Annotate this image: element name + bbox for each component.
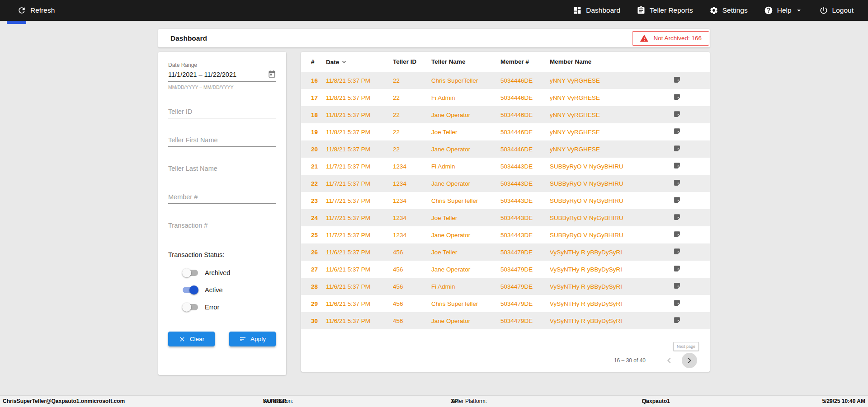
status-toggles: Archived Active Error [168, 267, 276, 313]
pagination: 16 – 30 of 40 [614, 353, 697, 368]
main-content: Dashboard Not Archived: 166 Date Range M… [158, 29, 710, 375]
nav-teller-reports-label: Teller Reports [650, 6, 693, 14]
teller-first-name-input[interactable] [168, 135, 276, 147]
table-row[interactable]: 27 11/6/21 5:37 PM 456 Jane Operator 503… [301, 261, 710, 278]
prev-page-button[interactable] [664, 355, 675, 366]
col-header-teller-id: Teller ID [393, 52, 431, 72]
table-row[interactable]: 24 11/7/21 5:37 PM 1234 Joe Teller 50344… [301, 209, 710, 226]
nav-dashboard[interactable]: Dashboard [573, 6, 620, 15]
toggle-error[interactable]: Error [168, 302, 276, 313]
note-button[interactable] [673, 110, 681, 118]
cell-row-number: 27 [301, 261, 326, 278]
cell-row-number: 28 [301, 278, 326, 295]
note-button[interactable] [673, 127, 681, 135]
col-header-member-num: Member # [500, 52, 550, 72]
refresh-button[interactable]: Refresh [17, 6, 55, 15]
cell-date: 11/6/21 5:37 PM [326, 278, 393, 295]
clear-button-label: Clear [190, 336, 204, 342]
active-tab-indicator [7, 21, 26, 24]
cell-member-number: 5034443DE [500, 209, 550, 226]
cell-teller-name: Jane Operator [431, 226, 500, 243]
table-row[interactable]: 29 11/6/21 5:37 PM 456 Chris SuperTeller… [301, 295, 710, 312]
teller-last-name-input[interactable] [168, 163, 276, 175]
not-archived-badge[interactable]: Not Archived: 166 [632, 31, 709, 46]
table-row[interactable]: 22 11/7/21 5:37 PM 1234 Jane Operator 50… [301, 175, 710, 192]
date-range-input[interactable] [168, 71, 268, 78]
cell-date: 11/7/21 5:37 PM [326, 175, 393, 192]
toggle-archived[interactable]: Archived [168, 267, 276, 278]
cell-teller-id: 456 [393, 312, 431, 329]
cell-date: 11/8/21 5:37 PM [326, 106, 393, 123]
nav-logout[interactable]: Logout [819, 6, 854, 15]
transaction-number-input[interactable] [168, 220, 276, 232]
next-page-button[interactable] [682, 353, 697, 368]
note-button[interactable] [673, 316, 681, 324]
table-row[interactable]: 23 11/7/21 5:37 PM 1234 Chris SuperTelle… [301, 192, 710, 209]
cell-teller-id: 22 [393, 106, 431, 123]
col-header-actions [673, 52, 710, 72]
date-range-label: Date Range [168, 62, 276, 68]
note-button[interactable] [673, 179, 681, 187]
note-icon [673, 162, 681, 169]
workstation-info: Workstation: KURRER [263, 396, 286, 407]
teller-id-input[interactable] [168, 106, 276, 118]
table-row[interactable]: 25 11/7/21 5:37 PM 1234 Jane Operator 50… [301, 226, 710, 243]
col-header-date[interactable]: Date [326, 52, 393, 72]
cell-actions [673, 106, 710, 123]
table-row[interactable]: 16 11/8/21 5:37 PM 22 Chris SuperTeller … [301, 72, 710, 89]
note-button[interactable] [673, 162, 681, 169]
note-icon [673, 76, 681, 84]
cell-actions [673, 175, 710, 192]
cell-member-number: 5034446DE [500, 140, 550, 158]
table-row[interactable]: 17 11/8/21 5:37 PM 22 Fi Admin 5034446DE… [301, 89, 710, 106]
cell-date: 11/7/21 5:37 PM [326, 158, 393, 175]
note-button[interactable] [673, 265, 681, 272]
nav-settings[interactable]: Settings [709, 6, 748, 15]
error-toggle-label: Error [205, 304, 219, 311]
note-button[interactable] [673, 196, 681, 204]
filter-buttons: Clear Apply [168, 332, 276, 346]
nav-teller-reports[interactable]: Teller Reports [637, 6, 693, 15]
archived-switch[interactable] [182, 268, 198, 277]
table-row[interactable]: 19 11/8/21 5:37 PM 22 Joe Teller 5034446… [301, 123, 710, 140]
cell-row-number: 20 [301, 140, 326, 158]
note-button[interactable] [673, 93, 681, 101]
cell-member-number: 5034479DE [500, 261, 550, 278]
table-row[interactable]: 21 11/7/21 5:37 PM 1234 Fi Admin 5034443… [301, 158, 710, 175]
note-icon [673, 299, 681, 307]
nav-help[interactable]: Help [764, 6, 803, 15]
cell-teller-name: Joe Teller [431, 209, 500, 226]
apply-button[interactable]: Apply [229, 332, 276, 346]
cell-actions [673, 243, 710, 261]
table-row[interactable]: 26 11/6/21 5:37 PM 456 Joe Teller 503447… [301, 243, 710, 261]
cell-teller-id: 1234 [393, 175, 431, 192]
note-button[interactable] [673, 145, 681, 152]
workstation-label: Workstation: [263, 396, 293, 407]
table-row[interactable]: 28 11/6/21 5:37 PM 456 Fi Admin 5034479D… [301, 278, 710, 295]
page-title: Dashboard [170, 34, 207, 42]
note-button[interactable] [673, 299, 681, 307]
member-number-input[interactable] [168, 192, 276, 204]
cell-member-name: SUBByRyO V NyGyBHIRU [550, 209, 673, 226]
table-row[interactable]: 30 11/6/21 5:37 PM 456 Jane Operator 503… [301, 312, 710, 329]
fi-label: FI: [642, 396, 648, 407]
col-header-teller-name: Teller Name [431, 52, 500, 72]
note-button[interactable] [673, 282, 681, 290]
table-row[interactable]: 18 11/8/21 5:37 PM 22 Jane Operator 5034… [301, 106, 710, 123]
cell-actions [673, 278, 710, 295]
datetime: 5/29/25 10:40 AM [822, 396, 865, 407]
note-button[interactable] [673, 248, 681, 255]
table-row[interactable]: 20 11/8/21 5:37 PM 22 Jane Operator 5034… [301, 140, 710, 158]
note-button[interactable] [673, 76, 681, 84]
refresh-label: Refresh [30, 6, 55, 14]
active-switch[interactable] [182, 285, 198, 295]
cell-date: 11/8/21 5:37 PM [326, 123, 393, 140]
cell-row-number: 21 [301, 158, 326, 175]
reports-icon [637, 6, 646, 15]
date-picker-button[interactable] [268, 70, 276, 79]
error-switch[interactable] [182, 303, 198, 312]
note-button[interactable] [673, 213, 681, 221]
clear-button[interactable]: Clear [168, 332, 215, 346]
note-button[interactable] [673, 230, 681, 238]
toggle-active[interactable]: Active [168, 285, 276, 295]
